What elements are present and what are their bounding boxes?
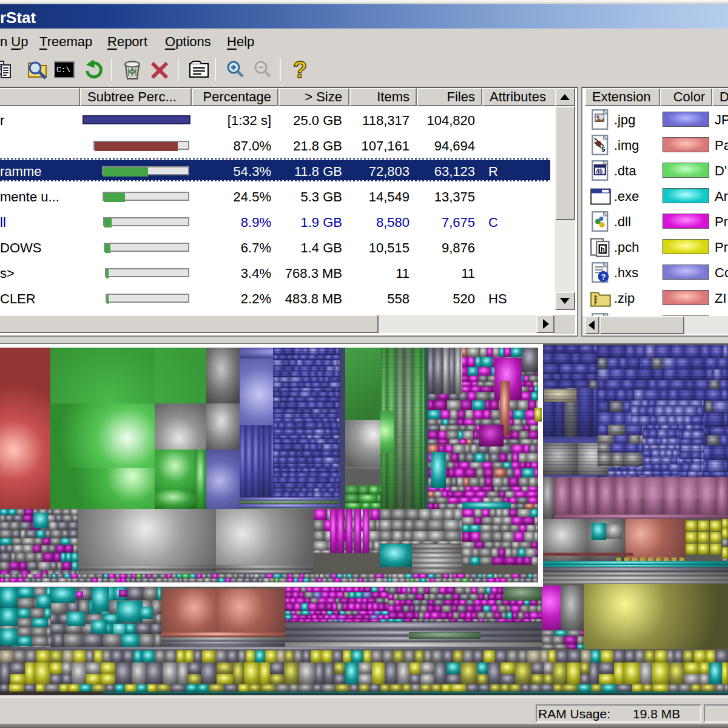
svg-text:?: ? [601, 272, 606, 281]
svg-text:5: 5 [601, 146, 605, 153]
svg-text:?: ? [293, 59, 307, 81]
svg-text:C:\: C:\ [56, 66, 71, 75]
svg-text:45: 45 [596, 168, 603, 175]
svg-text:h: h [601, 246, 605, 253]
